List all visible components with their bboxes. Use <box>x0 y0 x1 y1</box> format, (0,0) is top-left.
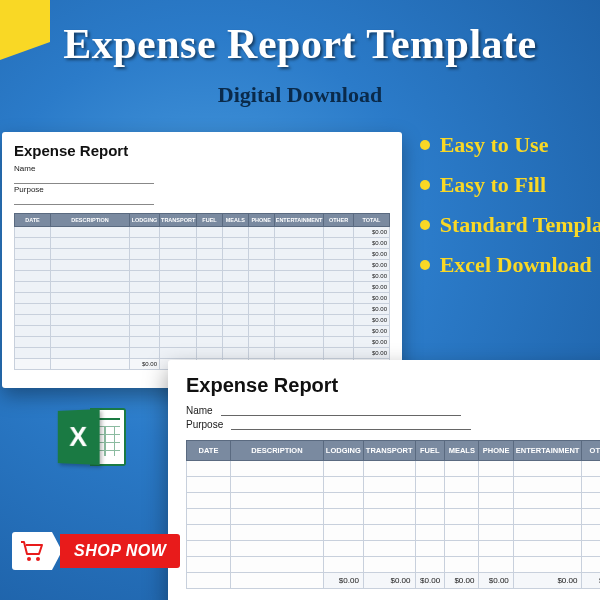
cell[interactable] <box>50 326 129 337</box>
cell[interactable] <box>15 282 51 293</box>
cell[interactable] <box>222 227 248 238</box>
cell[interactable] <box>445 525 479 541</box>
cell[interactable] <box>160 227 197 238</box>
name-field[interactable] <box>221 406 461 416</box>
cell[interactable] <box>130 227 160 238</box>
cell[interactable] <box>130 271 160 282</box>
cell[interactable] <box>582 525 600 541</box>
cell[interactable] <box>248 227 274 238</box>
cell[interactable] <box>130 282 160 293</box>
cell[interactable] <box>479 541 513 557</box>
cell[interactable] <box>363 525 415 541</box>
cell[interactable] <box>248 249 274 260</box>
cell[interactable] <box>248 348 274 359</box>
cell[interactable] <box>513 493 582 509</box>
cell[interactable] <box>160 348 197 359</box>
cell[interactable] <box>160 282 197 293</box>
cell[interactable] <box>15 326 51 337</box>
cell[interactable] <box>160 304 197 315</box>
cell[interactable] <box>15 293 51 304</box>
cell[interactable] <box>197 260 223 271</box>
cell[interactable] <box>222 304 248 315</box>
cell[interactable] <box>130 304 160 315</box>
cell[interactable] <box>248 304 274 315</box>
cell[interactable] <box>231 461 324 477</box>
cell[interactable] <box>363 461 415 477</box>
cell[interactable] <box>50 238 129 249</box>
cell[interactable] <box>50 227 129 238</box>
cell[interactable] <box>50 315 129 326</box>
cell[interactable] <box>323 509 363 525</box>
cell[interactable] <box>15 337 51 348</box>
cell[interactable] <box>513 557 582 573</box>
cell[interactable] <box>363 557 415 573</box>
cell[interactable] <box>197 282 223 293</box>
cell[interactable]: $0.00 <box>353 348 389 359</box>
cell[interactable]: $0.00 <box>353 337 389 348</box>
cell[interactable] <box>248 282 274 293</box>
cell[interactable] <box>323 541 363 557</box>
cell[interactable] <box>222 249 248 260</box>
cell[interactable] <box>197 271 223 282</box>
cell[interactable] <box>160 271 197 282</box>
cell[interactable] <box>197 293 223 304</box>
cell[interactable] <box>324 304 353 315</box>
cell[interactable] <box>50 304 129 315</box>
cell[interactable] <box>324 326 353 337</box>
cell[interactable] <box>222 315 248 326</box>
cell[interactable] <box>197 326 223 337</box>
cell[interactable] <box>445 557 479 573</box>
cell[interactable] <box>160 337 197 348</box>
cell[interactable] <box>324 282 353 293</box>
cell[interactable] <box>323 461 363 477</box>
cell[interactable]: $0.00 <box>353 304 389 315</box>
cell[interactable] <box>231 557 324 573</box>
cell[interactable] <box>582 557 600 573</box>
cell[interactable] <box>187 461 231 477</box>
cell[interactable] <box>130 260 160 271</box>
cell[interactable]: $0.00 <box>353 326 389 337</box>
cell[interactable] <box>197 348 223 359</box>
cell[interactable] <box>324 227 353 238</box>
cell[interactable] <box>197 227 223 238</box>
cell[interactable] <box>479 461 513 477</box>
cell[interactable]: $0.00 <box>353 315 389 326</box>
cell[interactable] <box>50 337 129 348</box>
cell[interactable] <box>415 541 445 557</box>
cell[interactable] <box>324 293 353 304</box>
cell[interactable] <box>248 238 274 249</box>
cell[interactable] <box>160 293 197 304</box>
cell[interactable] <box>130 238 160 249</box>
cell[interactable] <box>231 541 324 557</box>
cell[interactable] <box>187 509 231 525</box>
cell[interactable] <box>50 260 129 271</box>
cell[interactable] <box>445 541 479 557</box>
cell[interactable] <box>513 541 582 557</box>
cell[interactable] <box>323 525 363 541</box>
cell[interactable] <box>50 293 129 304</box>
cell[interactable] <box>222 282 248 293</box>
cell[interactable] <box>582 477 600 493</box>
cell[interactable] <box>323 493 363 509</box>
cell[interactable] <box>160 315 197 326</box>
cell[interactable] <box>248 326 274 337</box>
purpose-field[interactable] <box>231 420 471 430</box>
cell[interactable] <box>15 260 51 271</box>
cell[interactable] <box>160 249 197 260</box>
cell[interactable] <box>479 477 513 493</box>
cell[interactable] <box>15 348 51 359</box>
cell[interactable] <box>513 525 582 541</box>
cell[interactable] <box>187 493 231 509</box>
cell[interactable] <box>231 525 324 541</box>
cell[interactable] <box>197 315 223 326</box>
cell[interactable] <box>50 282 129 293</box>
cell[interactable] <box>274 282 324 293</box>
cell[interactable] <box>160 326 197 337</box>
cell[interactable] <box>248 271 274 282</box>
cell[interactable] <box>274 326 324 337</box>
cell[interactable]: $0.00 <box>353 238 389 249</box>
cell[interactable] <box>324 337 353 348</box>
cell[interactable] <box>274 249 324 260</box>
cell[interactable] <box>324 249 353 260</box>
cell[interactable] <box>363 477 415 493</box>
